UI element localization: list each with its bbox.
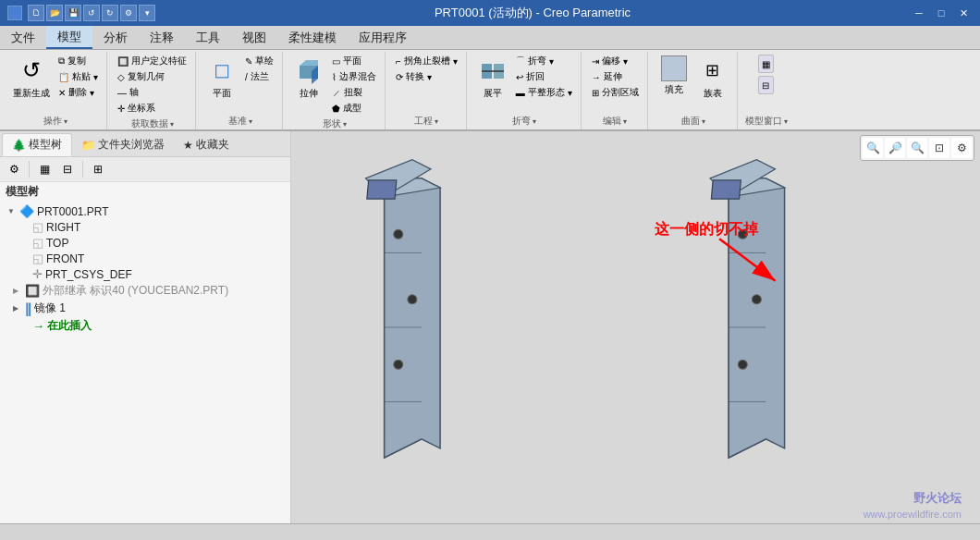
menu-tools[interactable]: 工具 <box>185 26 231 49</box>
tree-item-insert[interactable]: → 在此插入 <box>0 317 290 335</box>
ribbon-group-engineering: ⌐ 拐角止裂槽 ▾ ⟳ 转换 ▾ 工程 <box>387 52 467 129</box>
sketch-button[interactable]: ✎ 草绘 <box>242 54 276 68</box>
sidebar-tab-filebrowser[interactable]: 📁 文件夹浏览器 <box>72 133 174 156</box>
tree-item-prt0001[interactable]: ▼ 🔷 PRT0001.PRT <box>0 203 290 219</box>
split-region-button[interactable]: ⊞ 分割区域 <box>589 85 642 100</box>
settings-icon[interactable]: ⚙ <box>120 5 137 21</box>
regenerate-button[interactable]: ↺ 重新生成 <box>9 54 54 102</box>
extrude-label: 拉伸 <box>300 87 318 100</box>
tree-item-right[interactable]: ◱ RIGHT <box>0 219 290 235</box>
getdata-group-label[interactable]: 获取数据 <box>115 117 190 130</box>
tree-settings-button[interactable]: ⚙ <box>4 159 24 179</box>
menu-annotation[interactable]: 注释 <box>139 26 185 49</box>
minimize-button[interactable]: ─ <box>910 5 928 21</box>
flange-button[interactable]: / 法兰 <box>242 69 276 84</box>
menubar: 文件 模型 分析 注释 工具 视图 柔性建模 应用程序 <box>0 26 980 50</box>
fill-label: 填充 <box>665 83 683 96</box>
modelview-group-label[interactable]: 模型窗口 <box>745 115 788 128</box>
model-tree[interactable]: ▼ 🔷 PRT0001.PRT ◱ RIGHT ◱ TOP ◱ FRONT <box>0 202 290 523</box>
crack-button[interactable]: ⟋ 扭裂 <box>329 85 379 100</box>
tree-item-ext[interactable]: ▶ 🔲 外部继承 标识40 (YOUCEBAN2.PRT) <box>0 282 290 300</box>
menu-file[interactable]: 文件 <box>0 26 46 49</box>
tree-arrow-ext: ▶ <box>13 287 22 295</box>
coords-button[interactable]: ✛ 坐标系 <box>115 101 190 116</box>
flange-icon: / <box>245 72 248 82</box>
eng-col: ⌐ 拐角止裂槽 ▾ ⟳ 转换 ▾ <box>393 54 460 84</box>
titlebar: 🗋 📂 💾 ↺ ↻ ⚙ ▾ PRT0001 (活动的) - Creo Param… <box>0 0 980 26</box>
flat-button[interactable]: ▭ 平面 <box>329 54 379 68</box>
datum-group-label[interactable]: 基准 <box>203 115 276 128</box>
menu-apps[interactable]: 应用程序 <box>348 26 418 49</box>
surface-group-label[interactable]: 曲面 <box>655 115 731 128</box>
svg-marker-1 <box>300 60 318 66</box>
shape-col: ▭ 平面 ⌇ 边界混合 ⟋ 扭裂 ⬟ 成型 <box>329 54 379 116</box>
plane-label: 平面 <box>213 87 231 100</box>
undo-icon[interactable]: ↺ <box>83 5 100 21</box>
quick-access-toolbar: 🗋 📂 💾 ↺ ↻ ⚙ ▾ <box>28 5 155 21</box>
tree-arrow-front <box>20 254 30 263</box>
tree-item-csys[interactable]: ✛ PRT_CSYS_DEF <box>0 266 290 282</box>
extend-label: 延伸 <box>604 70 622 83</box>
maximize-button[interactable]: □ <box>932 5 950 21</box>
fill-button[interactable]: 填充 <box>655 54 692 98</box>
save-icon[interactable]: 💾 <box>65 5 81 21</box>
more-icon[interactable]: ▾ <box>139 5 155 21</box>
axis-button[interactable]: — 轴 <box>115 85 190 100</box>
foldback-button[interactable]: ↩ 折回 <box>513 69 575 84</box>
delete-button[interactable]: ✕ 删除 ▾ <box>55 85 101 100</box>
engineering-group-label[interactable]: 工程 <box>393 115 460 128</box>
modelview-btn2[interactable]: ⊟ <box>758 76 774 94</box>
menu-model[interactable]: 模型 <box>46 26 92 49</box>
copy-button[interactable]: ⧉ 复制 <box>55 54 101 68</box>
unfold-button[interactable]: 展平 <box>474 54 511 102</box>
crack-label: 扭裂 <box>344 86 362 99</box>
boundary-blend-button[interactable]: ⌇ 边界混合 <box>329 69 379 84</box>
flat-form-label: 平整形态 <box>528 86 565 99</box>
plane-button[interactable]: ◻ 平面 <box>203 54 240 102</box>
tree-item-front[interactable]: ◱ FRONT <box>0 251 290 266</box>
edit-group-label[interactable]: 编辑 <box>589 115 642 128</box>
bend-group-label[interactable]: 折弯 <box>474 115 575 128</box>
svg-rect-10 <box>367 180 397 199</box>
form-button[interactable]: ⬟ 成型 <box>329 101 379 116</box>
tree-sort-button[interactable]: ⊟ <box>57 159 78 179</box>
copy-geo-button[interactable]: ◇ 复制几何 <box>115 69 190 84</box>
foldback-label: 折回 <box>526 70 545 83</box>
unfold-label: 展平 <box>484 87 502 100</box>
extrude-button[interactable]: 拉伸 <box>290 54 327 102</box>
tree-filter-button[interactable]: ▦ <box>34 159 55 179</box>
fold-button[interactable]: ⌒ 折弯 ▾ <box>513 54 575 68</box>
convert-button[interactable]: ⟳ 转换 ▾ <box>393 69 460 84</box>
offset-button[interactable]: ⇥ 偏移 ▾ <box>589 54 642 68</box>
tree-item-top[interactable]: ◱ TOP <box>0 235 290 251</box>
right-part <box>710 160 785 458</box>
user-feature-button[interactable]: 🔲 用户定义特征 <box>115 54 190 68</box>
corner-relief-button[interactable]: ⌐ 拐角止裂槽 ▾ <box>393 54 460 68</box>
close-button[interactable]: ✕ <box>954 5 973 21</box>
tree-icon-top: ◱ <box>32 236 43 250</box>
ribbon-group-operations: ↺ 重新生成 ⧉ 复制 📋 粘贴 ▾ ✕ 删除 <box>4 52 107 129</box>
left-part <box>366 160 441 458</box>
sidebar-tab-modeltree[interactable]: 🌲 模型树 <box>2 133 72 156</box>
sidebar-tab-bar: 🌲 模型树 📁 文件夹浏览器 ★ 收藏夹 <box>0 131 290 157</box>
ops-col: ⧉ 复制 📋 粘贴 ▾ ✕ 删除 ▾ <box>55 54 101 100</box>
corner-relief-icon: ⌐ <box>396 56 401 67</box>
modelview-btn1[interactable]: ▦ <box>758 55 774 73</box>
shape-group-label[interactable]: 形状 <box>290 117 379 130</box>
menu-analysis[interactable]: 分析 <box>92 26 139 49</box>
tree-expand-button[interactable]: ⊞ <box>88 159 108 179</box>
menu-flexible[interactable]: 柔性建模 <box>277 26 348 49</box>
sidebar-tab-favorites[interactable]: ★ 收藏夹 <box>174 133 239 156</box>
flat-form-button[interactable]: ▬ 平整形态 ▾ <box>513 85 575 100</box>
new-file-icon[interactable]: 🗋 <box>28 5 44 21</box>
family-table-button[interactable]: ⊞ 族表 <box>694 54 731 102</box>
tree-item-mirror[interactable]: ▶ ǁ 镜像 1 <box>0 300 290 317</box>
operations-group-label[interactable]: 操作 <box>9 115 101 128</box>
redo-icon[interactable]: ↻ <box>102 5 118 21</box>
open-file-icon[interactable]: 📂 <box>46 5 63 21</box>
paste-button[interactable]: 📋 粘贴 ▾ <box>55 69 101 84</box>
viewport[interactable]: 🔍 🔎 🔍 ⊡ ⚙ <box>291 131 980 523</box>
extend-button[interactable]: → 延伸 <box>589 69 642 84</box>
menu-view[interactable]: 视图 <box>231 26 277 49</box>
delete-label: 删除 <box>68 86 87 99</box>
